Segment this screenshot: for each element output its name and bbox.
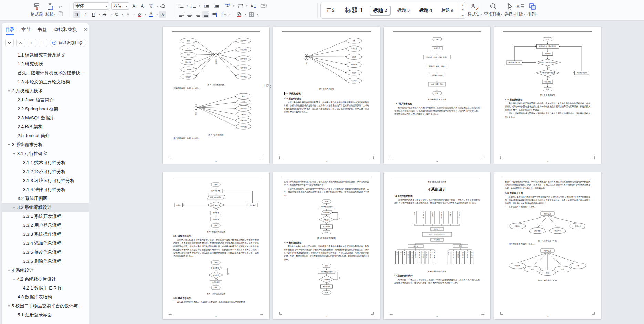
- toc-item[interactable]: ▼3 系统需求分析: [2, 140, 89, 149]
- style-item-标题 3[interactable]: 标题 3: [394, 6, 413, 14]
- gallery-up-icon[interactable]: ▲: [461, 4, 464, 6]
- toc-item[interactable]: 2.5 Tomcat 简介: [2, 131, 89, 140]
- smart-toc-button[interactable]: 智能识别目录: [50, 39, 86, 47]
- toc-item[interactable]: 3.3.6 删除信息流程: [2, 257, 89, 266]
- toc-expand-icon[interactable]: ▼: [8, 269, 12, 272]
- toc-expand-icon[interactable]: ▼: [8, 305, 11, 308]
- collapse-all-button[interactable]: [16, 39, 25, 47]
- underline-button[interactable]: U: [90, 11, 97, 18]
- justify-button[interactable]: [202, 11, 209, 18]
- borders-button[interactable]: [248, 11, 255, 18]
- document-page[interactable]: 开始需求分析总体设计（结构、功能、数据）详细设计（模块、编码）模块整合与调试测试…: [384, 27, 490, 164]
- line-spacing-button[interactable]: [220, 11, 227, 18]
- select-button[interactable]: 选择▾: [505, 1, 515, 20]
- toc-item[interactable]: 3.3.2 用户登录流程: [2, 221, 89, 230]
- style-set-button[interactable]: A 样式集▾: [468, 1, 482, 20]
- toc-item[interactable]: ▼2 系统相关技术: [2, 87, 89, 95]
- style-gallery-scroll[interactable]: ▲▼▼: [459, 2, 466, 18]
- gallery-down-icon[interactable]: ▼: [461, 9, 464, 11]
- increase-font-button[interactable]: A+: [131, 3, 138, 10]
- document-page[interactable]: 开始系统登录界面输入用户名/密码信息是否正确是功能界面功能处理结束数据库信息核对…: [163, 172, 269, 319]
- document-page[interactable]: 首页二手商品公告栏评价反馈购物车个人中心用户图 3-3 用户用例图3.3 系统流…: [273, 27, 380, 164]
- toc-expand-icon[interactable]: ▼: [13, 152, 17, 155]
- distribute-button[interactable]: [211, 11, 218, 18]
- font-color-button[interactable]: A: [148, 11, 155, 18]
- superscript-button[interactable]: X2: [113, 11, 120, 18]
- toc-item[interactable]: ▼5 校园二手物品交易平台的设计与实现部分: [2, 302, 89, 311]
- toc-item[interactable]: ▼4 系统设计: [2, 266, 89, 275]
- typeset-button[interactable]: A 排版▾: [515, 1, 525, 20]
- style-item-正文[interactable]: 正文: [324, 6, 338, 14]
- increase-indent-button[interactable]: [213, 2, 220, 9]
- toc-expand-icon[interactable]: ▼: [8, 90, 12, 93]
- sidebar-tab-目录[interactable]: 目录: [5, 23, 14, 36]
- gallery-more-icon[interactable]: ▼: [461, 14, 464, 17]
- toc-item[interactable]: 5.1 注册登录界面: [2, 311, 89, 320]
- toc-item[interactable]: 1.2 研究现状: [2, 60, 89, 69]
- toc-expand-icon[interactable]: ▼: [8, 143, 12, 146]
- copy-button[interactable]: [57, 10, 64, 17]
- decrease-font-button[interactable]: A−: [139, 3, 146, 10]
- sort-button[interactable]: A: [250, 2, 257, 9]
- align-center-button[interactable]: [186, 11, 193, 18]
- toc-item[interactable]: ▼4.2 系统数据库设计: [2, 275, 89, 284]
- strikethrough-button[interactable]: A: [102, 11, 108, 18]
- ruler-button[interactable]: [260, 2, 267, 9]
- zoom-in-button[interactable]: ＋: [28, 39, 36, 47]
- font-size-select[interactable]: 四号▾: [111, 2, 129, 10]
- style-item-标题 1[interactable]: 标题 1: [342, 5, 365, 16]
- sidebar-tab-查找和替换[interactable]: 查找和替换: [54, 23, 77, 36]
- toc-item[interactable]: 2.1 Java 语言简介: [2, 95, 89, 104]
- toc-item[interactable]: 3.1.3 环境运行可行性分析: [2, 176, 89, 185]
- character-shading-button[interactable]: A: [159, 11, 166, 18]
- toc-item[interactable]: 3.3.4 添加信息流程: [2, 239, 89, 248]
- cut-button[interactable]: ✂: [57, 3, 64, 10]
- highlight-color-button[interactable]: [136, 11, 143, 18]
- italic-button[interactable]: I: [82, 11, 89, 18]
- toc-item[interactable]: ▼3.3 系统流程设计: [2, 203, 89, 212]
- arrange-button[interactable]: 排列▾: [527, 1, 538, 20]
- align-left-button[interactable]: [178, 11, 185, 18]
- toc-item[interactable]: ▼3.1 可行性研究: [2, 149, 89, 158]
- toc-item[interactable]: 3.3.3 系统操作流程: [2, 230, 89, 239]
- find-replace-button[interactable]: 查找替换▾: [484, 1, 502, 20]
- document-page[interactable]: 数据库中也将储存海量数据。一个优秀的数据库设计方案能在保证系统能够高效处理大量数…: [494, 172, 601, 319]
- close-icon[interactable]: ×: [84, 27, 87, 32]
- toc-item[interactable]: 1.1 课题研究背景及意义: [2, 51, 89, 60]
- toc-item[interactable]: 首先，随着计算机技术的稳步快速发展，各…: [2, 69, 89, 78]
- toc-item[interactable]: 3.1.1 技术可行性分析: [2, 158, 89, 167]
- decrease-indent-button[interactable]: [203, 2, 210, 9]
- style-item-标题 2[interactable]: 标题 2: [370, 6, 391, 16]
- toc-item[interactable]: 3.1.2 经济可行性分析: [2, 167, 89, 176]
- shading-button[interactable]: [236, 11, 243, 18]
- numbered-list-button[interactable]: 123: [190, 2, 197, 9]
- bold-button[interactable]: B: [73, 11, 80, 18]
- toc-item[interactable]: 4.3 数据库表结构: [2, 293, 89, 302]
- toc-item[interactable]: 1.3 本论文的主要论文结构: [2, 78, 89, 87]
- toc-expand-icon[interactable]: ▼: [13, 206, 17, 209]
- phonetic-guide-button[interactable]: wén文: [148, 3, 155, 10]
- font-family-select[interactable]: 宋体▾: [73, 2, 109, 10]
- toc-item[interactable]: 3.2 系统用例图: [2, 194, 89, 203]
- format-painter-button[interactable]: 格式刷: [31, 1, 43, 20]
- paste-button[interactable]: 粘贴▾: [45, 1, 55, 20]
- text-effects-button[interactable]: A: [125, 11, 132, 18]
- style-item-标题 4[interactable]: 标题 4: [416, 6, 435, 14]
- text-direction-button[interactable]: [237, 2, 244, 9]
- clear-format-button[interactable]: [159, 3, 166, 10]
- document-page[interactable]: 首页用户卖家商品分类二手商品在线交流卖家回复评价反馈系统管理订单管理用户信息管理…: [163, 27, 269, 164]
- zoom-out-button[interactable]: －: [39, 39, 47, 47]
- toc-item[interactable]: 3.3.5 修改信息流程: [2, 248, 89, 257]
- toc-expand-icon[interactable]: ▼: [13, 278, 17, 281]
- character-scale-button[interactable]: A: [224, 2, 231, 9]
- toc-item[interactable]: 2.3 MySQL 数据库: [2, 113, 89, 122]
- paragraph-handle[interactable]: H2: [264, 84, 273, 88]
- document-page[interactable]: 或者由于其他原因导致数据发生改变，使得必须对系统内的数据进行相应的调整，所以在程…: [273, 172, 380, 319]
- toc-item[interactable]: 2.4 B/S 架构: [2, 122, 89, 131]
- sidebar-tab-书签[interactable]: 书签: [38, 23, 47, 36]
- bullet-list-button[interactable]: [178, 2, 185, 9]
- style-item-标题 9[interactable]: 标题 9: [438, 7, 456, 14]
- document-page[interactable]: 图 3-9 删除信息流程图4 系统设计4.1 系统功能结构图系统功能结构图是系统…: [384, 172, 490, 319]
- toc-item[interactable]: 4.2.1 数据库 E-R 图: [2, 284, 89, 293]
- toc-item[interactable]: 3.3.1 系统开发流程: [2, 212, 89, 221]
